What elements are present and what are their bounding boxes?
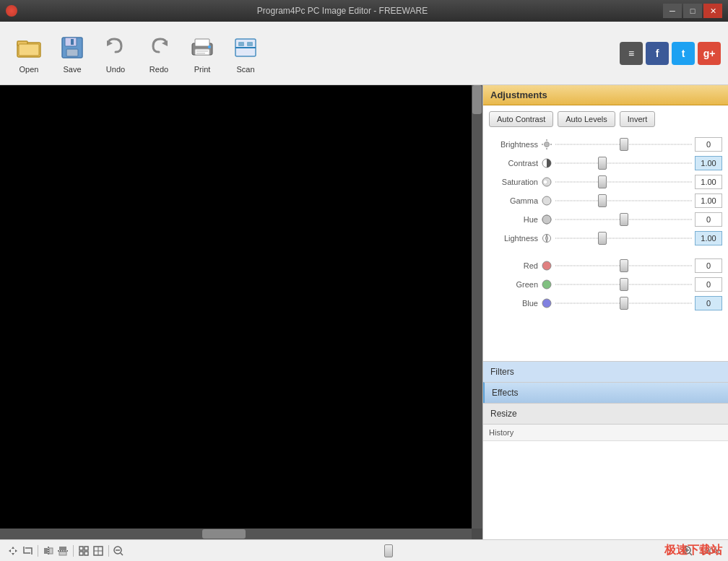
red-label: Red bbox=[489, 261, 538, 270]
brightness-icon bbox=[541, 139, 552, 150]
adjustments-content[interactable]: Auto Contrast Auto Levels Invert Brightn… bbox=[483, 105, 728, 361]
green-row: Green 0 bbox=[489, 276, 722, 293]
red-value: 0 bbox=[695, 258, 722, 273]
scan-label: Scan bbox=[236, 65, 254, 74]
svg-point-26 bbox=[543, 180, 547, 184]
horizontal-scrollbar[interactable] bbox=[0, 529, 472, 539]
section-divider bbox=[489, 248, 722, 257]
lightness-label: Lightness bbox=[489, 234, 538, 243]
menu-icon[interactable]: ≡ bbox=[620, 42, 643, 65]
lightness-value: 1.00 bbox=[695, 231, 722, 245]
zoom-out-icon[interactable] bbox=[113, 544, 124, 558]
adjustment-buttons: Auto Contrast Auto Levels Invert bbox=[489, 111, 722, 127]
filters-tab[interactable]: Filters bbox=[483, 361, 728, 382]
canvas-area[interactable] bbox=[0, 85, 482, 539]
green-slider[interactable] bbox=[555, 283, 692, 286]
svg-rect-11 bbox=[195, 49, 209, 55]
grid2-icon[interactable] bbox=[92, 544, 104, 558]
gamma-slider[interactable] bbox=[555, 199, 692, 202]
undo-button[interactable]: Undo bbox=[94, 26, 137, 80]
blue-value: 0 bbox=[695, 296, 722, 310]
separator2 bbox=[73, 545, 74, 557]
lightness-slider[interactable] bbox=[555, 237, 692, 240]
adjustments-panel: Adjustments Auto Contrast Auto Levels In… bbox=[483, 85, 728, 361]
undo-icon bbox=[101, 33, 130, 62]
maximize-button[interactable]: □ bbox=[683, 4, 702, 18]
redo-button[interactable]: Redo bbox=[137, 26, 181, 80]
saturation-slider[interactable] bbox=[555, 181, 692, 183]
vertical-scroll-thumb[interactable] bbox=[472, 85, 482, 114]
history-content bbox=[483, 441, 728, 528]
history-header: History bbox=[483, 425, 728, 441]
title-bar: Program4Pc PC Image Editor - FREEWARE ─ … bbox=[0, 0, 728, 22]
canvas-black bbox=[0, 85, 472, 529]
red-icon bbox=[541, 260, 552, 271]
redo-icon bbox=[144, 33, 173, 62]
svg-point-29 bbox=[542, 215, 551, 224]
auto-levels-button[interactable]: Auto Levels bbox=[558, 111, 615, 127]
blue-slider[interactable] bbox=[555, 302, 692, 305]
zoom-slider[interactable] bbox=[127, 549, 679, 552]
svg-rect-35 bbox=[49, 548, 53, 554]
bottom-tabs: Filters Effects Resize bbox=[483, 361, 728, 424]
blue-icon bbox=[541, 297, 552, 309]
gamma-row: Gamma 1.00 bbox=[489, 192, 722, 209]
auto-contrast-button[interactable]: Auto Contrast bbox=[489, 111, 553, 127]
gamma-track bbox=[555, 193, 692, 208]
app-logo bbox=[6, 5, 17, 17]
svg-rect-41 bbox=[84, 547, 88, 550]
brightness-value: 0 bbox=[695, 137, 722, 152]
main-area: Adjustments Auto Contrast Auto Levels In… bbox=[0, 85, 728, 539]
brightness-track bbox=[555, 137, 692, 152]
svg-rect-2 bbox=[19, 44, 39, 56]
invert-button[interactable]: Invert bbox=[620, 111, 656, 127]
flip-v-icon[interactable] bbox=[57, 544, 69, 558]
svg-rect-42 bbox=[79, 552, 83, 555]
minimize-button[interactable]: ─ bbox=[663, 4, 682, 18]
gamma-value: 1.00 bbox=[695, 193, 722, 208]
scan-button[interactable]: Scan bbox=[224, 26, 267, 80]
svg-rect-40 bbox=[79, 547, 83, 550]
grid-icon[interactable] bbox=[78, 544, 90, 558]
horizontal-scroll-thumb[interactable] bbox=[202, 529, 246, 539]
print-icon bbox=[188, 33, 217, 62]
window-controls: ─ □ ✕ bbox=[663, 4, 722, 18]
red-slider[interactable] bbox=[555, 264, 692, 267]
resize-tab[interactable]: Resize bbox=[483, 403, 728, 424]
crop-icon[interactable] bbox=[22, 544, 33, 558]
contrast-track bbox=[555, 156, 692, 170]
hue-value: 0 bbox=[695, 212, 722, 227]
svg-point-14 bbox=[208, 45, 211, 48]
facebook-icon[interactable]: f bbox=[646, 42, 669, 65]
print-button[interactable]: Print bbox=[181, 26, 224, 80]
twitter-icon[interactable]: t bbox=[672, 42, 695, 65]
close-button[interactable]: ✕ bbox=[703, 4, 722, 18]
social-area: ≡ f t g+ bbox=[620, 42, 721, 65]
hue-icon bbox=[541, 214, 552, 225]
saturation-track bbox=[555, 175, 692, 189]
redo-label: Redo bbox=[150, 65, 168, 74]
brightness-slider[interactable] bbox=[555, 143, 692, 146]
gamma-icon bbox=[541, 195, 552, 206]
adjustments-header: Adjustments bbox=[483, 85, 728, 105]
open-button[interactable]: Open bbox=[7, 26, 51, 80]
svg-rect-5 bbox=[66, 49, 78, 56]
contrast-row: Contrast 1.00 bbox=[489, 155, 722, 172]
blue-row: Blue 0 bbox=[489, 295, 722, 312]
googleplus-icon[interactable]: g+ bbox=[698, 42, 721, 65]
toolbar: Open Save Undo Re bbox=[0, 22, 728, 85]
save-button[interactable]: Save bbox=[51, 26, 94, 80]
contrast-value: 1.00 bbox=[695, 156, 722, 170]
blue-track bbox=[555, 296, 692, 310]
contrast-label: Contrast bbox=[489, 159, 538, 168]
saturation-label: Saturation bbox=[489, 178, 538, 186]
svg-rect-12 bbox=[196, 51, 208, 52]
hue-slider[interactable] bbox=[555, 218, 692, 221]
svg-rect-13 bbox=[196, 53, 205, 54]
flip-h-icon[interactable] bbox=[43, 544, 54, 558]
vertical-scrollbar[interactable] bbox=[472, 85, 482, 529]
move-icon[interactable] bbox=[7, 544, 19, 558]
green-track bbox=[555, 277, 692, 292]
effects-tab[interactable]: Effects bbox=[483, 382, 728, 403]
contrast-slider[interactable] bbox=[555, 162, 692, 165]
